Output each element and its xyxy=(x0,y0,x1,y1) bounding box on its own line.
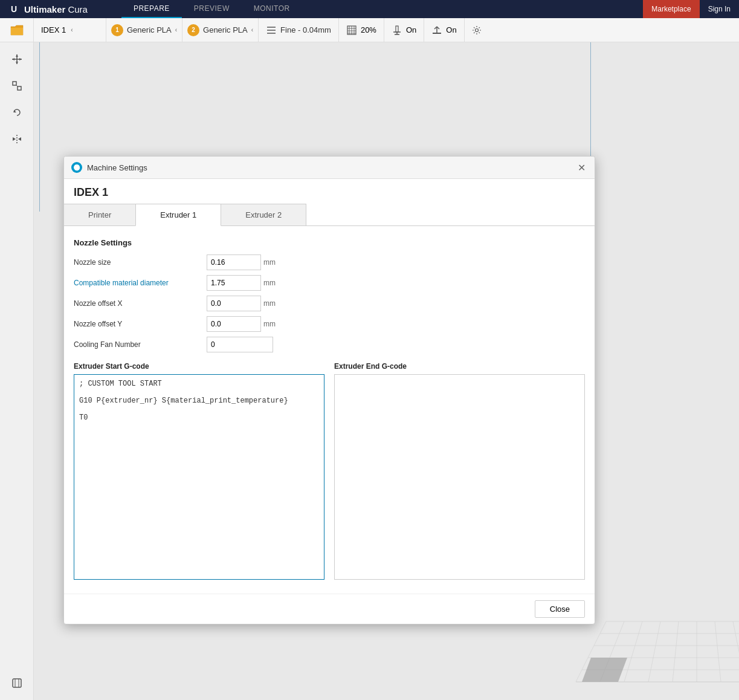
nozzle-offset-y-label: Nozzle offset Y xyxy=(74,320,207,328)
open-file-button[interactable] xyxy=(0,18,34,42)
nozzle-offset-x-input-wrap: mm xyxy=(207,296,276,311)
svg-marker-25 xyxy=(12,58,15,60)
profile-icon xyxy=(266,25,277,36)
toolbar-row: IDEX 1 ‹ 1 Generic PLA ‹ 2 Generic PLA ‹… xyxy=(0,18,739,42)
printer-name-label: IDEX 1 xyxy=(41,25,66,34)
material-diameter-row: Compatible material diameter mm xyxy=(74,275,585,291)
nozzle-offset-y-input[interactable] xyxy=(207,316,261,332)
nozzle-offset-x-row: Nozzle offset X mm xyxy=(74,296,585,311)
material-diameter-label: Compatible material diameter xyxy=(74,279,207,287)
logo-cura-text: Cura xyxy=(68,4,88,15)
tab-printer[interactable]: Printer xyxy=(64,204,136,225)
machine-settings-dialog: Machine Settings ✕ IDEX 1 Printer Extrud… xyxy=(63,156,595,624)
material-1-label: Generic PLA xyxy=(127,25,172,34)
nav-tabs: PREPARE PREVIEW MONITOR xyxy=(121,0,302,18)
gcode-start-textarea[interactable]: ; CUSTOM TOOL START G10 P{extruder_nr} S… xyxy=(74,374,324,580)
svg-line-47 xyxy=(673,621,679,682)
svg-rect-28 xyxy=(18,86,21,90)
svg-marker-24 xyxy=(16,62,18,64)
dialog-titlebar: Machine Settings ✕ xyxy=(64,157,595,179)
tab-extruder-2[interactable]: Extruder 2 xyxy=(221,204,306,225)
scale-icon xyxy=(11,80,22,91)
svg-line-29 xyxy=(16,85,18,86)
svg-text:U: U xyxy=(11,4,17,14)
app-logo: U Ultimaker Cura xyxy=(0,3,97,15)
canvas-area: Machine Settings ✕ IDEX 1 Printer Extrud… xyxy=(0,42,739,700)
material-2-selector[interactable]: 2 Generic PLA ‹ xyxy=(182,18,259,42)
logo-icon: U xyxy=(10,3,22,15)
svg-line-50 xyxy=(733,621,739,682)
gcode-start-label: Extruder Start G-code xyxy=(74,362,324,371)
infill-icon xyxy=(346,25,357,36)
svg-line-46 xyxy=(648,621,660,682)
material-diameter-unit: mm xyxy=(263,279,276,287)
cooling-fan-row: Cooling Fan Number xyxy=(74,337,585,352)
svg-rect-27 xyxy=(13,82,16,85)
material-2-label: Generic PLA xyxy=(203,25,248,34)
nozzle-offset-x-input[interactable] xyxy=(207,296,261,311)
dialog-machine-name: IDEX 1 xyxy=(64,179,595,204)
svg-marker-52 xyxy=(582,658,627,682)
dialog-title-text: Machine Settings xyxy=(87,163,570,172)
material-diameter-input[interactable] xyxy=(207,275,261,291)
move-tool-button[interactable] xyxy=(5,47,29,71)
rotate-icon xyxy=(11,107,22,118)
settings-button[interactable] xyxy=(465,18,489,42)
nozzle-size-input[interactable] xyxy=(207,254,261,270)
rotate-tool-button[interactable] xyxy=(5,100,29,125)
mirror-tool-button[interactable] xyxy=(5,127,29,151)
svg-rect-34 xyxy=(13,679,21,687)
gcode-start-block: Extruder Start G-code ; CUSTOM TOOL STAR… xyxy=(74,362,324,582)
nav-tab-preview[interactable]: PREVIEW xyxy=(182,0,242,18)
svg-marker-23 xyxy=(16,54,18,57)
nozzle-size-unit: mm xyxy=(263,258,276,267)
nozzle-offset-y-row: Nozzle offset Y mm xyxy=(74,316,585,332)
svg-rect-12 xyxy=(396,26,398,32)
cooling-fan-input[interactable] xyxy=(207,337,273,352)
nav-tab-monitor[interactable]: MONITOR xyxy=(242,0,302,18)
adhesion-selector[interactable]: On xyxy=(424,18,464,42)
support-selector[interactable]: On xyxy=(384,18,424,42)
sign-in-button[interactable]: Sign In xyxy=(700,0,739,18)
infill-label: 20% xyxy=(361,25,376,34)
profile-selector[interactable]: Fine - 0.04mm xyxy=(259,18,339,42)
cura-logo-icon xyxy=(73,164,80,171)
nav-tab-prepare[interactable]: PREPARE xyxy=(121,0,182,18)
material-1-selector[interactable]: 1 Generic PLA ‹ xyxy=(106,18,182,42)
material-2-chevron-icon: ‹ xyxy=(251,27,253,33)
svg-marker-32 xyxy=(13,137,16,141)
infill-selector[interactable]: 20% xyxy=(339,18,384,42)
nozzle-size-label: Nozzle size xyxy=(74,258,207,267)
nozzle-offset-x-label: Nozzle offset X xyxy=(74,299,207,308)
svg-marker-26 xyxy=(19,58,22,60)
nozzle-offset-y-input-wrap: mm xyxy=(207,316,276,332)
material-1-chevron-icon: ‹ xyxy=(175,27,177,33)
material-diameter-input-wrap: mm xyxy=(207,275,276,291)
tab-extruder-1[interactable]: Extruder 1 xyxy=(135,204,221,226)
gcode-end-textarea[interactable] xyxy=(334,374,585,580)
top-nav-bar: U Ultimaker Cura PREPARE PREVIEW MONITOR… xyxy=(0,0,739,18)
material-1-badge: 1 xyxy=(111,24,123,36)
adhesion-icon xyxy=(431,25,442,36)
support-label: On xyxy=(406,25,416,34)
mirror-icon xyxy=(11,134,22,144)
marketplace-button[interactable]: Marketplace xyxy=(643,0,699,18)
dialog-tabs: Printer Extruder 1 Extruder 2 xyxy=(64,204,595,226)
nozzle-offset-x-unit: mm xyxy=(263,299,276,308)
left-toolbar xyxy=(0,42,34,700)
printer-chevron-icon: ‹ xyxy=(71,27,73,33)
gcode-end-label: Extruder End G-code xyxy=(334,362,585,371)
nozzle-size-row: Nozzle size mm xyxy=(74,254,585,270)
nozzle-offset-y-unit: mm xyxy=(263,320,276,328)
printer-selector[interactable]: IDEX 1 ‹ xyxy=(34,18,106,42)
profile-label: Fine - 0.04mm xyxy=(280,25,331,34)
material-2-badge: 2 xyxy=(187,24,199,36)
per-model-button[interactable] xyxy=(5,671,29,695)
cooling-fan-input-wrap xyxy=(207,337,273,352)
scale-tool-button[interactable] xyxy=(5,74,29,98)
close-button[interactable]: Close xyxy=(535,600,585,618)
nav-right: Marketplace Sign In xyxy=(643,0,739,18)
dialog-close-button[interactable]: ✕ xyxy=(575,161,587,173)
gcode-end-block: Extruder End G-code xyxy=(334,362,585,582)
dialog-footer: Close xyxy=(64,594,595,624)
